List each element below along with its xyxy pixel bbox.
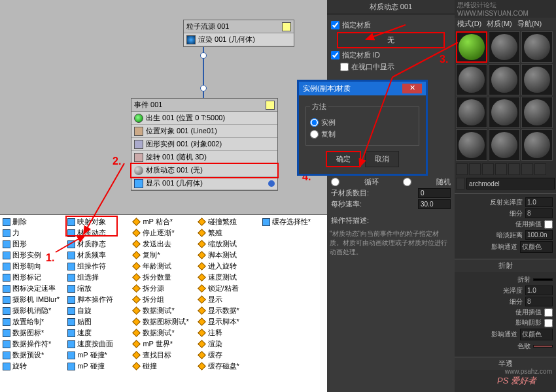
operator-item[interactable]: 碰撞繁殖 — [196, 216, 261, 227]
operator-item[interactable] — [261, 261, 326, 272]
tool-icon[interactable] — [495, 163, 507, 175]
dropdown[interactable]: 仅颜色 — [520, 241, 553, 253]
node-row-render[interactable]: 渲染 001 (几何体) — [184, 33, 294, 46]
operator-item[interactable]: 图标决定速率 — [1, 283, 66, 294]
operator-item[interactable]: 缩放 — [66, 283, 131, 294]
operator-item[interactable]: mP 碰撞* — [66, 350, 131, 361]
color-swatch[interactable] — [533, 278, 553, 281]
sample-slot[interactable] — [489, 64, 520, 95]
checkbox[interactable] — [331, 21, 339, 29]
operator-item[interactable]: 渲染 — [196, 338, 261, 350]
checkbox[interactable] — [331, 51, 339, 59]
operator-item[interactable]: 旋转 — [1, 361, 66, 372]
checkbox[interactable] — [544, 308, 553, 317]
material-toolbar[interactable] — [455, 162, 556, 176]
tool-icon[interactable] — [469, 163, 481, 175]
operator-item[interactable]: 摄影机消隐* — [1, 305, 66, 316]
operator-item[interactable]: 速度按曲面 — [66, 338, 131, 350]
spinner[interactable]: 0 — [418, 188, 451, 198]
menu-nav[interactable]: 导航(N) — [517, 19, 542, 29]
operator-item[interactable]: 拆分源 — [131, 283, 196, 294]
operator-item[interactable] — [261, 283, 326, 294]
operator-item[interactable] — [261, 327, 326, 338]
operator-item[interactable]: 力 — [1, 227, 66, 238]
node-header[interactable]: 粒子流源 001 — [184, 20, 294, 33]
spinner[interactable]: 1.0 — [525, 286, 553, 295]
operator-item[interactable] — [261, 316, 326, 327]
spinner[interactable]: 1.0 — [525, 197, 553, 207]
radio[interactable] — [310, 130, 319, 139]
material-menu[interactable]: 模式(D) 材质(M) 导航(N) — [455, 18, 556, 30]
operator-item[interactable]: 数据测试* — [131, 305, 196, 316]
spinner[interactable]: 30.0 — [418, 199, 451, 209]
operator-item[interactable]: 数据图标* — [1, 327, 66, 338]
operator-item[interactable]: 查找目标 — [131, 350, 196, 361]
operator-item[interactable]: 显示 — [196, 294, 261, 305]
sample-slot[interactable] — [521, 97, 553, 128]
sample-slot[interactable] — [521, 31, 553, 63]
operator-item[interactable]: mP 碰撞 — [66, 361, 131, 372]
operator-depot[interactable]: 删除映射对象mP 粘合*碰撞繁殖缓存选择性*力材质动态停止逐渐*繁殖图形材质静态… — [0, 214, 327, 392]
rollout-title[interactable]: 折射 — [455, 259, 556, 272]
radio[interactable] — [403, 178, 411, 186]
operator-item[interactable]: mP 粘合* — [131, 216, 196, 227]
operator-item[interactable]: 拆分组 — [131, 294, 196, 305]
event-row-position[interactable]: 位置对象 001 (Line01) — [131, 125, 277, 138]
operator-item[interactable]: 脚本测试 — [196, 250, 261, 261]
menu-material[interactable]: 材质(M) — [487, 19, 512, 29]
operator-item[interactable]: 组操作符 — [66, 261, 131, 272]
sample-slots[interactable] — [455, 30, 556, 162]
operator-item[interactable]: 数据操作符* — [1, 338, 66, 350]
operator-item[interactable]: 年龄测试 — [131, 261, 196, 272]
event-row-shape[interactable]: 图形实例 001 (对象002) — [131, 138, 277, 151]
operator-item[interactable]: 发送出去 — [131, 238, 196, 250]
viewport-show-checkbox[interactable]: 在视口中显示 — [331, 62, 451, 72]
operator-item[interactable]: 数据测试* — [131, 327, 196, 338]
operator-item[interactable]: 删除 — [1, 216, 66, 227]
checkbox[interactable] — [340, 63, 349, 71]
operator-item[interactable]: 图形标记 — [1, 272, 66, 283]
operator-item[interactable]: 缓存 — [196, 350, 261, 361]
operator-item[interactable] — [261, 361, 326, 372]
operator-item[interactable]: 缓存磁盘* — [196, 361, 261, 372]
operator-item[interactable] — [261, 305, 326, 316]
spinner[interactable]: 100.0n — [525, 230, 553, 240]
assign-id-checkbox[interactable]: 指定材质 ID — [331, 50, 451, 60]
operator-item[interactable]: 显示数据* — [196, 305, 261, 316]
pflow-viewport[interactable]: 粒子流源 001 渲染 001 (几何体) 事件 001 出生 001 (位置 … — [0, 0, 327, 214]
ok-button[interactable]: 确定 — [326, 151, 361, 167]
operator-item[interactable]: 数据预设* — [1, 350, 66, 361]
sample-slot[interactable] — [489, 31, 520, 63]
sample-slot[interactable] — [489, 97, 520, 128]
operator-item[interactable]: 脚本操作符 — [66, 294, 131, 305]
color-swatch[interactable] — [533, 345, 553, 348]
operator-item[interactable]: 图形 — [1, 238, 66, 250]
tool-icon[interactable] — [534, 163, 546, 175]
event-row-rotation[interactable]: 旋转 001 (随机 3D) — [131, 151, 277, 164]
operator-item[interactable]: 显示脚本* — [196, 316, 261, 327]
operator-item[interactable] — [261, 350, 326, 361]
dropper-icon[interactable] — [456, 178, 465, 189]
tool-icon[interactable] — [456, 163, 468, 175]
operator-item[interactable] — [261, 338, 326, 350]
operator-item[interactable]: 碰撞 — [131, 361, 196, 372]
operator-item[interactable]: 图形朝向 — [1, 261, 66, 272]
operator-item[interactable]: 材质静态 — [66, 238, 131, 250]
operator-item[interactable]: mP 世界* — [131, 338, 196, 350]
material-none-button[interactable]: 无 — [337, 32, 445, 48]
pflow-event-node[interactable]: 事件 001 出生 001 (位置 0 T:5000) 位置对象 001 (Li… — [131, 98, 278, 191]
event-row-material-dynamic[interactable]: 材质动态 001 (无) — [131, 164, 277, 177]
operator-item[interactable] — [261, 250, 326, 261]
operator-item[interactable] — [261, 227, 326, 238]
tool-icon[interactable] — [521, 163, 533, 175]
assign-material-checkbox[interactable]: 指定材质 — [331, 20, 451, 30]
operator-item[interactable]: 速度 — [66, 327, 131, 338]
dropdown[interactable]: 仅颜色 — [520, 329, 553, 340]
operator-item[interactable]: 锁定/粘着 — [196, 283, 261, 294]
node-header[interactable]: 事件 001 — [131, 99, 277, 112]
operator-item[interactable]: 停止逐渐* — [131, 227, 196, 238]
operator-item[interactable]: 摄影机 IMBlur* — [1, 294, 66, 305]
close-icon[interactable]: ✕ — [402, 84, 422, 93]
sample-slot[interactable] — [456, 64, 487, 95]
operator-item[interactable] — [261, 238, 326, 250]
